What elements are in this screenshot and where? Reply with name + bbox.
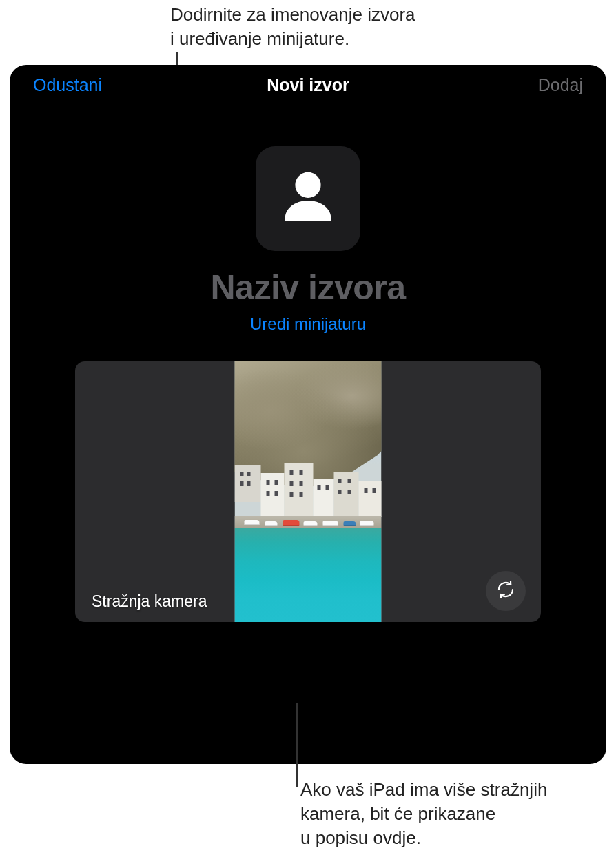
avatar-container bbox=[10, 146, 606, 251]
new-source-modal: Odustani Novi izvor Dodaj Naziv izvora U… bbox=[10, 65, 606, 764]
add-button[interactable]: Dodaj bbox=[538, 75, 583, 95]
camera-preview[interactable]: Stražnja kamera bbox=[75, 361, 541, 622]
modal-header: Odustani Novi izvor Dodaj bbox=[10, 65, 606, 105]
modal-title: Novi izvor bbox=[267, 75, 349, 95]
callout-top: Dodirnite za imenovanje izvora i uređiva… bbox=[170, 3, 415, 51]
camera-label: Stražnja kamera bbox=[92, 592, 207, 611]
camera-flip-button[interactable] bbox=[486, 571, 526, 611]
source-name-input[interactable]: Naziv izvora bbox=[10, 268, 606, 308]
callout-leader-line bbox=[296, 703, 298, 787]
source-avatar[interactable] bbox=[256, 146, 360, 251]
cancel-button[interactable]: Odustani bbox=[33, 75, 102, 95]
callout-bottom: Ako vaš iPad ima više stražnjih kamera, … bbox=[300, 778, 547, 850]
camera-preview-image bbox=[235, 361, 382, 622]
svg-point-0 bbox=[295, 172, 320, 198]
person-icon bbox=[274, 163, 342, 234]
edit-thumbnail-button[interactable]: Uredi minijaturu bbox=[10, 314, 606, 334]
camera-flip-icon bbox=[495, 579, 517, 603]
